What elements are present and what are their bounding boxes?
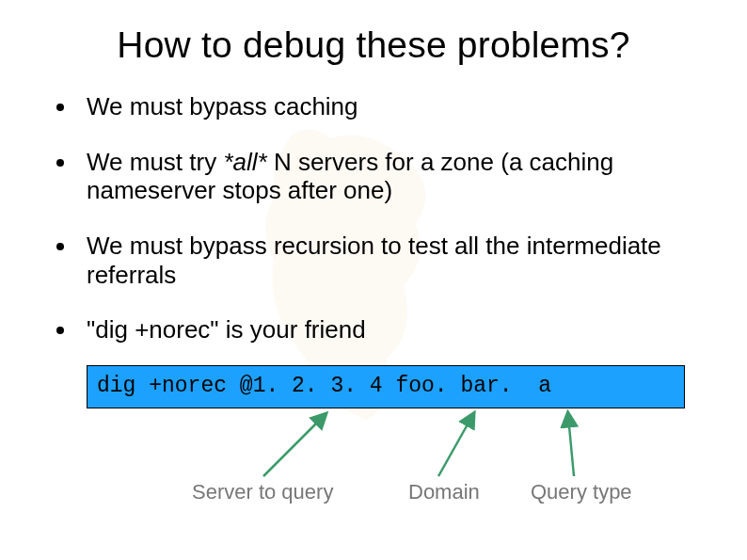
- slide-title: How to debug these problems?: [45, 24, 702, 66]
- bullet-text: "dig +norec" is your friend: [87, 315, 366, 344]
- bullet-emph: *all*: [223, 148, 266, 176]
- svg-line-2: [568, 416, 574, 476]
- arrow-area: Server to query Domain Query type: [45, 408, 702, 521]
- arrows-svg: [45, 408, 747, 521]
- svg-line-1: [438, 416, 472, 476]
- label-domain: Domain: [408, 480, 480, 504]
- svg-line-0: [263, 416, 324, 476]
- bullet-item: We must try *all* N servers for a zone (…: [45, 135, 702, 218]
- command-box: dig +norec @1. 2. 3. 4 foo. bar. a: [87, 365, 685, 408]
- command-text: dig +norec @1. 2. 3. 4 foo. bar. a: [97, 374, 551, 398]
- label-qtype: Query type: [531, 480, 632, 504]
- slide: How to debug these problems? We must byp…: [0, 0, 747, 560]
- bullet-list: We must bypass caching We must try *all*…: [45, 79, 702, 358]
- bullet-item: We must bypass caching: [45, 79, 702, 135]
- bullet-item: We must bypass recursion to test all the…: [45, 218, 702, 302]
- label-server: Server to query: [192, 480, 333, 504]
- bullet-text-pre: We must try: [87, 148, 223, 176]
- bullet-text: We must bypass recursion to test all the…: [87, 232, 661, 289]
- bullet-item: "dig +norec" is your friend: [45, 302, 702, 358]
- bullet-text: We must bypass caching: [87, 92, 358, 120]
